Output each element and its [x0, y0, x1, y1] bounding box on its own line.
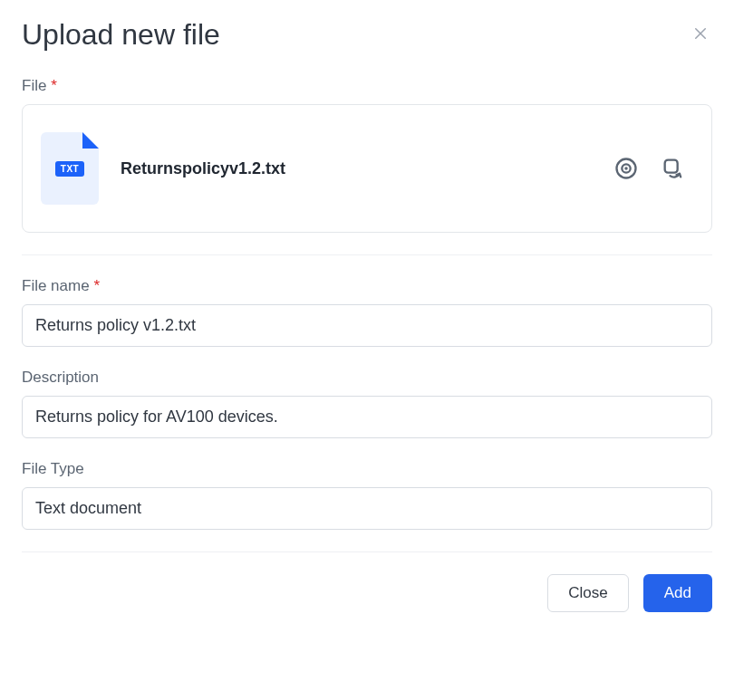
dialog-title: Upload new file [22, 18, 220, 52]
file-label: File * [22, 77, 712, 95]
file-type-section: File Type [22, 460, 712, 530]
file-name-label-text: File name [22, 277, 90, 294]
dialog-footer: Close Add [22, 551, 712, 612]
file-name-label: File name * [22, 277, 712, 295]
required-mark: * [93, 277, 100, 294]
description-label: Description [22, 369, 712, 387]
add-button[interactable]: Add [643, 574, 712, 612]
required-mark: * [51, 77, 57, 94]
file-panel: TXT Returnspolicyv1.2.txt [22, 104, 712, 233]
file-type-icon: TXT [41, 132, 99, 205]
close-icon[interactable] [689, 22, 712, 48]
dialog-header: Upload new file [22, 18, 712, 52]
file-label-text: File [22, 77, 46, 94]
file-section: File * TXT Returnspolicyv1.2.txt [22, 77, 712, 233]
file-name-section: File name * [22, 277, 712, 347]
preview-icon[interactable] [613, 156, 639, 181]
close-button[interactable]: Close [547, 574, 628, 612]
description-section: Description [22, 369, 712, 438]
file-name-input[interactable] [22, 304, 712, 347]
separator [22, 254, 712, 255]
description-input[interactable] [22, 396, 712, 438]
file-display-name: Returnspolicyv1.2.txt [121, 159, 592, 178]
svg-point-4 [624, 167, 628, 170]
file-type-input[interactable] [22, 487, 712, 530]
replace-icon[interactable] [661, 156, 686, 181]
svg-rect-5 [665, 160, 678, 173]
file-actions [613, 156, 686, 181]
file-ext-badge: TXT [55, 161, 84, 177]
file-type-label: File Type [22, 460, 712, 478]
